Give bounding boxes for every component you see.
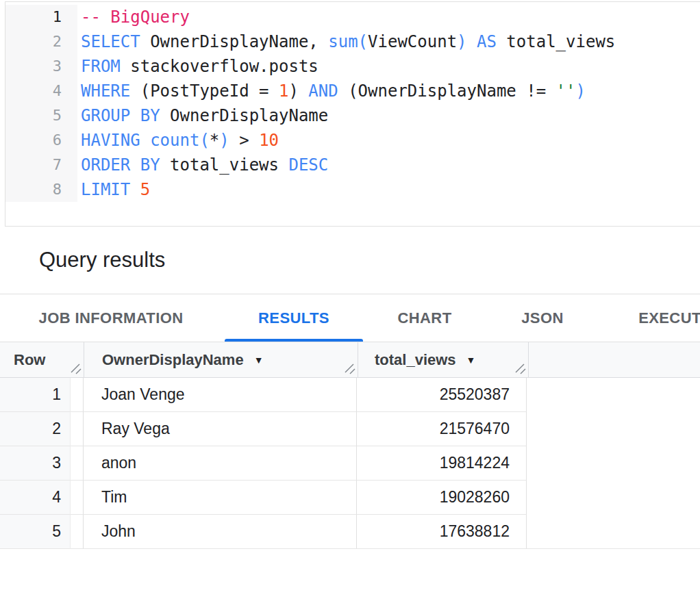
token-keyword: WHERE [81, 81, 130, 101]
code-text: GROUP BY OwnerDisplayName [77, 103, 328, 128]
token-plain: stackoverflow.posts [121, 57, 318, 76]
column-header-row[interactable]: Row [0, 342, 84, 377]
code-line[interactable]: 7ORDER BY total_views DESC [5, 153, 700, 177]
sql-editor[interactable]: 1-- BigQuery2SELECT OwnerDisplayName, su… [5, 1, 700, 227]
tab-execution-details[interactable]: EXECUTION DETAILS [616, 294, 700, 342]
row-gap-cell [71, 412, 84, 446]
code-text: WHERE (PostTypeId = 1) AND (OwnerDisplay… [77, 79, 586, 103]
code-line[interactable]: 8LIMIT 5 [5, 177, 700, 202]
column-resize-handle[interactable] [70, 363, 82, 374]
tab-json[interactable]: JSON [498, 294, 587, 342]
total-views-cell: 17638812 [357, 515, 527, 549]
table-row: 5John17638812 [0, 515, 700, 549]
token-keyword: ORDER BY [81, 155, 160, 175]
row-filler-cell [527, 481, 700, 515]
code-text: HAVING count(*) > 10 [77, 128, 279, 153]
code-text: LIMIT 5 [77, 177, 150, 202]
table-row: 4Tim19028260 [0, 481, 700, 515]
token-keyword: FROM [81, 57, 121, 76]
token-number: 5 [140, 180, 150, 199]
code-line[interactable]: 1-- BigQuery [5, 5, 700, 29]
row-number-cell: 3 [0, 446, 71, 481]
token-keyword: AS [477, 32, 497, 51]
code-text: FROM stackoverflow.posts [77, 54, 318, 79]
query-results-header: Query results [0, 227, 700, 294]
owner-display-name-cell: Tim [84, 481, 357, 515]
code-text: -- BigQuery [77, 5, 190, 29]
results-tab-bar: JOB INFORMATION RESULTS CHART JSON EXECU… [0, 294, 700, 342]
code-lines: 1-- BigQuery2SELECT OwnerDisplayName, su… [5, 2, 700, 202]
row-filler-cell [527, 412, 700, 446]
token-keyword: DESC [288, 155, 328, 175]
token-keyword: SELECT [81, 32, 140, 51]
token-plain: (PostTypeId = [130, 81, 279, 101]
row-number-cell: 5 [0, 515, 71, 549]
token-plain: * [210, 131, 219, 150]
code-line[interactable]: 6HAVING count(*) > 10 [5, 128, 700, 153]
row-filler-cell [527, 446, 700, 481]
row-gap-cell [71, 515, 84, 549]
line-number: 3 [5, 54, 77, 79]
column-header-label: total_views [375, 351, 456, 369]
line-number: 1 [5, 5, 77, 29]
token-number: 1 [279, 81, 288, 101]
line-number: 6 [5, 128, 77, 153]
token-plain: ViewCount [368, 32, 457, 51]
tab-job-information[interactable]: JOB INFORMATION [19, 294, 203, 342]
code-line[interactable]: 5GROUP BY OwnerDisplayName [5, 103, 700, 128]
column-header-total-views[interactable]: total_views ▼ [358, 342, 529, 377]
row-gap-cell [71, 481, 84, 515]
token-plain: OwnerDisplayName [160, 106, 329, 125]
column-header-label: OwnerDisplayName [102, 351, 244, 369]
line-number: 7 [5, 153, 77, 177]
table-row: 2Ray Vega21576470 [0, 412, 700, 446]
column-resize-handle[interactable] [514, 363, 526, 374]
token-string: '' [556, 81, 576, 101]
table-row: 1Joan Venge25520387 [0, 378, 700, 412]
column-header-ownerdisplayname[interactable]: OwnerDisplayName ▼ [84, 342, 358, 377]
row-number-cell: 4 [0, 481, 71, 515]
row-filler-cell [527, 378, 700, 412]
total-views-cell: 25520387 [357, 378, 527, 412]
query-results-title: Query results [39, 248, 165, 272]
token-keyword: HAVING [81, 131, 140, 150]
sort-dropdown-icon[interactable]: ▼ [466, 355, 476, 366]
table-row: 3anon19814224 [0, 446, 700, 481]
token-plain: OwnerDisplayName, [140, 32, 329, 51]
code-text: ORDER BY total_views DESC [77, 153, 328, 177]
total-views-cell: 19814224 [357, 446, 527, 481]
results-table-header: Row OwnerDisplayName ▼ total_views ▼ [0, 342, 700, 378]
owner-display-name-cell: Joan Venge [84, 378, 357, 412]
code-text: SELECT OwnerDisplayName, sum(ViewCount) … [77, 29, 615, 54]
code-line[interactable]: 2SELECT OwnerDisplayName, sum(ViewCount)… [5, 29, 700, 54]
token-plain: ) [288, 81, 308, 101]
owner-display-name-cell: Ray Vega [84, 412, 357, 446]
token-keyword: ) [219, 131, 229, 150]
token-keyword: ) [576, 81, 586, 101]
token-keyword: ) [457, 32, 466, 51]
row-gap-cell [71, 378, 84, 412]
column-header-label: Row [14, 351, 45, 369]
results-table-body: 1Joan Venge255203872Ray Vega215764703ano… [0, 378, 700, 549]
line-number: 2 [5, 29, 77, 54]
active-tab-indicator [225, 339, 363, 342]
row-gap-cell [71, 446, 84, 481]
column-resize-handle[interactable] [344, 363, 355, 374]
token-plain: total_views [160, 155, 289, 175]
line-number: 5 [5, 103, 77, 128]
code-line[interactable]: 3FROM stackoverflow.posts [5, 54, 700, 79]
sort-dropdown-icon[interactable]: ▼ [254, 355, 264, 366]
owner-display-name-cell: anon [84, 446, 357, 481]
token-keyword: sum( [328, 32, 368, 51]
token-keyword: count( [150, 131, 210, 150]
token-plain [130, 180, 140, 199]
row-number-cell: 1 [0, 378, 71, 412]
line-number: 4 [5, 79, 77, 103]
token-plain: (OwnerDisplayName != [338, 81, 556, 101]
tab-results[interactable]: RESULTS [225, 294, 363, 342]
row-number-cell: 2 [0, 412, 71, 446]
tab-chart[interactable]: CHART [381, 294, 468, 342]
code-line[interactable]: 4WHERE (PostTypeId = 1) AND (OwnerDispla… [5, 79, 700, 103]
token-comment: -- BigQuery [81, 8, 190, 27]
column-header-filler [529, 342, 700, 377]
